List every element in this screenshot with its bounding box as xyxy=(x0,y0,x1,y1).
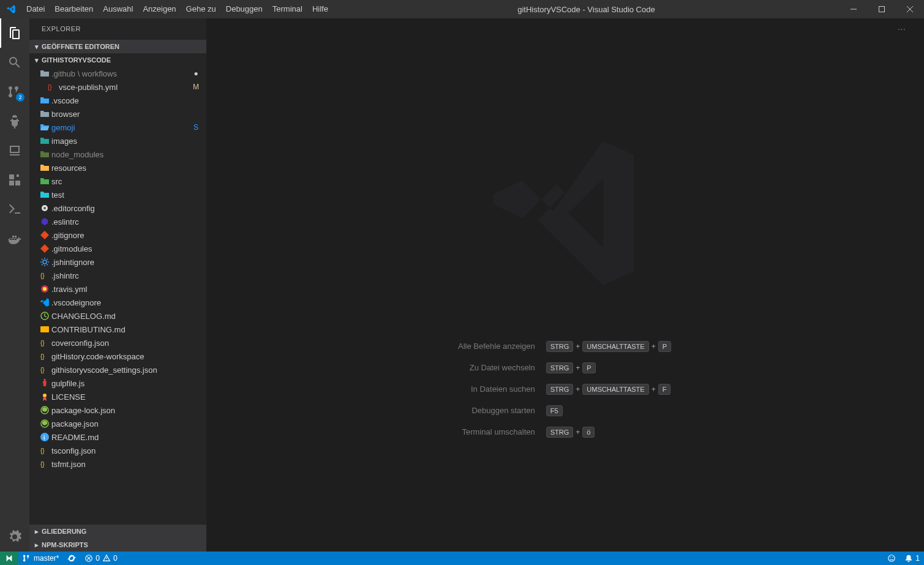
more-tabs-icon[interactable]: ⋯ xyxy=(896,18,907,40)
menu-gehezu[interactable]: Gehe zu xyxy=(181,0,221,18)
activity-docker[interactable] xyxy=(0,224,29,253)
activity-extensions[interactable] xyxy=(0,165,29,195)
svg-point-21 xyxy=(888,555,895,562)
menu-debuggen[interactable]: Debuggen xyxy=(221,0,268,18)
tree-item[interactable]: iREADME.md xyxy=(29,430,206,444)
plus-separator: + xyxy=(652,385,656,394)
shortcut-label: Debuggen starten xyxy=(453,400,540,421)
status-feedback[interactable] xyxy=(883,552,900,565)
file-tree[interactable]: .github \ workflows●{}vsce-publish.ymlM.… xyxy=(29,67,206,525)
status-remote[interactable] xyxy=(0,552,18,565)
key: ö xyxy=(582,427,595,438)
json-icon: {} xyxy=(38,459,51,469)
tree-item[interactable]: {}.jshintrc xyxy=(29,269,206,282)
tree-item[interactable]: resources xyxy=(29,161,206,174)
tree-item[interactable]: CHANGELOG.md xyxy=(29,309,206,323)
activity-settings[interactable] xyxy=(0,522,29,552)
gulp-icon xyxy=(38,378,51,388)
tree-item[interactable]: .eslintrc xyxy=(29,215,206,228)
tree-item[interactable]: src xyxy=(29,174,206,188)
section-npm-label: NPM-SKRIPTS xyxy=(42,541,88,548)
section-open-editors[interactable]: ▾ GEÖFFNETE EDITOREN xyxy=(29,40,206,53)
tree-item[interactable]: .jshintignore xyxy=(29,255,206,269)
tree-item[interactable]: CONTRIBUTING.md xyxy=(29,323,206,336)
tree-item[interactable]: gulpfile.js xyxy=(29,376,206,390)
activity-debug[interactable] xyxy=(0,107,29,136)
tree-item-label: test xyxy=(51,190,192,200)
svg-point-3 xyxy=(43,207,46,209)
menu-hilfe[interactable]: Hilfe xyxy=(307,0,333,18)
editor-area: ⋯ Alle Befehle anzeigenSTRG+UMSCHALTTAST… xyxy=(206,18,924,552)
tree-item[interactable]: LICENSE xyxy=(29,390,206,403)
tree-item[interactable]: node_modules xyxy=(29,148,206,161)
tree-item[interactable]: .gitignore xyxy=(29,228,206,242)
key: STRG xyxy=(546,362,574,373)
status-sync[interactable] xyxy=(63,552,80,565)
tree-item[interactable]: {}coverconfig.json xyxy=(29,336,206,350)
folder-vscode-icon xyxy=(38,95,51,105)
npm-icon xyxy=(38,405,51,415)
folder-images-icon xyxy=(38,136,51,146)
tree-item[interactable]: {}tsconfig.json xyxy=(29,444,206,457)
plus-separator: + xyxy=(576,385,580,394)
tree-item-label: .vscodeignore xyxy=(51,298,192,307)
minimize-button[interactable] xyxy=(839,0,868,18)
json-icon: {} xyxy=(38,365,51,375)
key: F5 xyxy=(546,405,563,416)
tree-item-label: vsce-publish.yml xyxy=(59,83,192,92)
status-notifications[interactable]: 1 xyxy=(900,552,924,565)
git-branch-icon xyxy=(23,554,31,563)
menu-terminal[interactable]: Terminal xyxy=(268,0,307,18)
tree-item[interactable]: .vscode xyxy=(29,94,206,107)
shortcut-row: In Dateien suchenSTRG+UMSCHALTTASTE+F xyxy=(453,378,677,400)
activity-remote[interactable] xyxy=(0,136,29,165)
tree-item[interactable]: images xyxy=(29,134,206,148)
tree-item-label: .jshintrc xyxy=(51,271,192,280)
activity-bar: 2 xyxy=(0,18,29,552)
tree-item[interactable]: .travis.yml xyxy=(29,282,206,296)
svg-text:{}: {} xyxy=(40,447,45,454)
tree-item[interactable]: .github \ workflows● xyxy=(29,67,206,80)
chevron-down-icon: ▾ xyxy=(32,43,42,51)
tree-item[interactable]: package.json xyxy=(29,417,206,430)
section-npm[interactable]: ▸ NPM-SKRIPTS xyxy=(29,538,206,552)
tree-item[interactable]: browser xyxy=(29,107,206,121)
svg-point-23 xyxy=(892,557,893,558)
close-button[interactable] xyxy=(896,0,924,18)
menu-anzeigen[interactable]: Anzeigen xyxy=(138,0,181,18)
travis-icon xyxy=(38,284,51,294)
status-problems[interactable]: 0 0 xyxy=(80,552,121,565)
activity-terminal[interactable] xyxy=(0,195,29,224)
maximize-button[interactable] xyxy=(868,0,896,18)
activity-scm[interactable]: 2 xyxy=(0,77,29,107)
tree-item[interactable]: {}gitHistory.code-workspace xyxy=(29,350,206,363)
section-project[interactable]: ▾ GITHISTORYVSCODE xyxy=(29,53,206,67)
tree-item[interactable]: {}githistoryvscode_settings.json xyxy=(29,363,206,376)
status-branch[interactable]: master* xyxy=(18,552,63,565)
menu-auswahl[interactable]: Auswahl xyxy=(98,0,138,18)
menu-datei[interactable]: Datei xyxy=(21,0,50,18)
shortcut-list: Alle Befehle anzeigenSTRG+UMSCHALTTASTE+… xyxy=(453,335,677,443)
section-outline[interactable]: ▸ GLIEDERUNG xyxy=(29,525,206,538)
activity-explorer[interactable] xyxy=(0,18,29,48)
tree-item[interactable]: .vscodeignore xyxy=(29,296,206,309)
tree-item[interactable]: package-lock.json xyxy=(29,403,206,417)
tree-item-status: S xyxy=(192,123,200,132)
menu-bearbeiten[interactable]: Bearbeiten xyxy=(50,0,98,18)
error-icon xyxy=(85,554,93,563)
tree-item-label: tsfmt.json xyxy=(51,460,192,469)
tree-item[interactable]: .gitmodules xyxy=(29,242,206,255)
svg-text:{}: {} xyxy=(40,353,45,360)
tree-item-label: README.md xyxy=(51,433,192,442)
tree-item[interactable]: {}vsce-publish.ymlM xyxy=(29,80,206,94)
tree-item-label: .eslintrc xyxy=(51,217,192,226)
shortcut-keys: STRG+P xyxy=(540,357,677,378)
svg-text:{}: {} xyxy=(40,461,45,468)
tree-item[interactable]: gemojiS xyxy=(29,121,206,134)
editorconfig-icon xyxy=(38,203,51,213)
tree-item[interactable]: .editorconfig xyxy=(29,201,206,215)
tree-item[interactable]: {}tsfmt.json xyxy=(29,457,206,471)
activity-search[interactable] xyxy=(0,48,29,77)
tree-item[interactable]: test xyxy=(29,188,206,201)
eslint-icon xyxy=(38,217,51,226)
